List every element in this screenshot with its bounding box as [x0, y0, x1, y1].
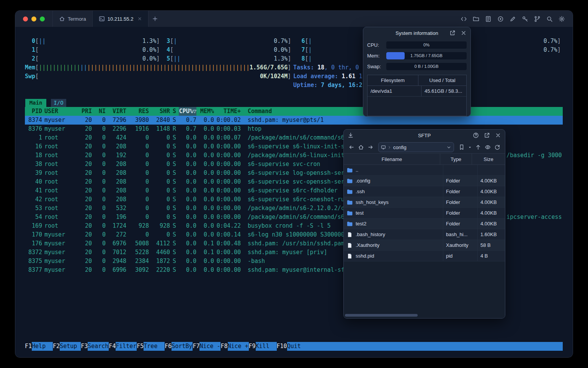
fkey-search[interactable]: F3: [81, 342, 88, 351]
bookmarks-caret-icon[interactable]: [468, 146, 472, 149]
fkey-label-setup[interactable]: Setup: [60, 342, 81, 351]
key-icon[interactable]: [522, 16, 528, 22]
column-header-pid[interactable]: PID: [25, 107, 42, 116]
fkey-setup[interactable]: F2: [53, 342, 60, 351]
column-header-virt[interactable]: VIRT: [106, 107, 126, 116]
file-type: bash_hi...: [443, 229, 478, 240]
zoom-window-button[interactable]: [40, 16, 45, 21]
cpu-id: 5: [167, 55, 170, 62]
file-row[interactable]: ssh_host_keysFolder4.00KB: [344, 197, 505, 208]
search-icon[interactable]: [546, 16, 553, 22]
file-row[interactable]: sshd.pidpid4 B: [344, 251, 505, 261]
cpu-percent: 0.0%: [142, 46, 156, 53]
fkey-label-filter[interactable]: Filter: [116, 342, 137, 351]
cpu-id: 6: [302, 38, 305, 44]
fkey-label-help[interactable]: Help: [32, 342, 53, 351]
fkey-label-sortby[interactable]: SortBy: [172, 342, 193, 351]
cpu-label: CPU:: [367, 42, 386, 48]
cpu-percent: 1.3%: [142, 38, 156, 44]
forward-icon[interactable]: [368, 144, 374, 150]
close-window-button[interactable]: [23, 16, 28, 21]
file-row[interactable]: testFolder4.00KB: [344, 208, 505, 219]
help-icon[interactable]: [473, 132, 479, 138]
path-dropdown[interactable]: config: [378, 142, 454, 152]
column-header-res[interactable]: RES: [126, 107, 149, 116]
cpu-metric-row: CPU:0%: [367, 39, 467, 50]
close-panel-icon[interactable]: [495, 132, 501, 138]
column-header-time[interactable]: TIME+: [214, 107, 241, 116]
fkey-sortby[interactable]: F6: [165, 342, 172, 351]
file-row[interactable]: .XauthorityXauthority58 B: [344, 240, 505, 251]
bookmarks-icon[interactable]: [459, 144, 465, 150]
fs-column-header[interactable]: Used / Total: [418, 75, 466, 85]
settings-icon[interactable]: [559, 16, 565, 22]
fkey-label-kill[interactable]: Kill: [256, 342, 277, 351]
home-icon: [59, 16, 65, 22]
refresh-icon[interactable]: [494, 144, 500, 150]
show-hidden-files-icon[interactable]: [485, 144, 491, 150]
column-header-mem[interactable]: MEM%: [196, 107, 214, 116]
fkey-kill[interactable]: F9: [249, 342, 256, 351]
file-row[interactable]: .sshFolder4.00KB: [344, 186, 505, 197]
column-header-pri[interactable]: PRI: [77, 107, 92, 116]
file-name-cell: test2: [344, 219, 443, 229]
fkey-label-nice[interactable]: Nice -: [199, 342, 220, 351]
cpu-id: 8: [302, 55, 305, 62]
new-tab-button[interactable]: [149, 11, 162, 27]
file-row[interactable]: ..: [344, 165, 505, 176]
htop-tab-main[interactable]: Main: [25, 99, 46, 107]
process-row[interactable]: 8374myuser200729639802840S0.70.00:00.02s…: [25, 116, 563, 125]
back-icon[interactable]: [348, 144, 354, 150]
file-row[interactable]: .bash_historybash_hi...1.60KB: [344, 229, 505, 240]
column-header-s[interactable]: S: [170, 107, 179, 116]
file-name-cell: .config: [344, 176, 443, 186]
tab-session[interactable]: 10.211.55.2: [92, 11, 149, 27]
home-directory-icon[interactable]: [358, 144, 364, 150]
horizontal-scrollbar[interactable]: [345, 314, 504, 317]
file-row[interactable]: test2Folder4.00KB: [344, 219, 505, 229]
htop-tab-io[interactable]: I/O: [51, 99, 66, 107]
cpu-percent: 0.0%: [142, 55, 156, 62]
download-icon[interactable]: [348, 132, 354, 138]
record-icon[interactable]: [497, 16, 504, 22]
file-row[interactable]: .configFolder4.00KB: [344, 176, 505, 186]
fkey-nice[interactable]: F8: [220, 342, 227, 351]
close-panel-icon[interactable]: [461, 30, 467, 36]
file-column-header-size[interactable]: Size: [472, 154, 505, 164]
pencil-icon[interactable]: [510, 16, 516, 22]
open-in-window-icon[interactable]: [484, 132, 490, 138]
filesystem-row[interactable]: /dev/vda145.61GB / 58.3...: [368, 86, 466, 97]
code-icon[interactable]: [461, 16, 467, 22]
fkey-help[interactable]: F1: [25, 342, 32, 351]
branch-icon[interactable]: [534, 16, 541, 22]
fkey-label-nice[interactable]: Nice +: [228, 342, 249, 351]
file-column-header-type[interactable]: Type: [440, 154, 472, 164]
file-type: Xauthority: [443, 240, 478, 250]
log-icon[interactable]: [485, 16, 492, 22]
fkey-filter[interactable]: F4: [109, 342, 116, 351]
fkey-label-search[interactable]: Search: [88, 342, 109, 351]
fkey-tree[interactable]: F5: [137, 342, 144, 351]
minimize-window-button[interactable]: [31, 16, 36, 21]
open-in-window-icon[interactable]: [449, 30, 456, 36]
column-header-cpu[interactable]: CPU%▽: [179, 107, 196, 116]
panel-titlebar[interactable]: SFTP: [344, 130, 505, 141]
fkey-label-quit[interactable]: Quit: [287, 342, 308, 351]
column-header-ni[interactable]: NI: [92, 107, 106, 116]
column-header-user[interactable]: USER: [42, 107, 77, 116]
tab-termora[interactable]: Termora: [52, 11, 92, 27]
close-tab-icon[interactable]: [137, 16, 142, 21]
panel-titlebar[interactable]: System information: [363, 27, 470, 39]
parent-directory-icon[interactable]: [475, 144, 481, 150]
fs-column-header[interactable]: Filesystem: [368, 75, 418, 85]
swap-label: Swap:: [367, 64, 386, 69]
scrollbar-thumb[interactable]: [345, 314, 418, 317]
fkey-quit[interactable]: F10: [277, 342, 287, 351]
fkey-label-tree[interactable]: Tree: [144, 342, 165, 351]
file-column-header-filename[interactable]: Filename: [344, 154, 440, 164]
fbar-filler: [308, 342, 563, 351]
column-header-shr[interactable]: SHR: [149, 107, 170, 116]
folder-icon[interactable]: [473, 16, 479, 22]
chevron-down-icon[interactable]: [446, 145, 451, 150]
fkey-nice[interactable]: F7: [193, 342, 199, 351]
